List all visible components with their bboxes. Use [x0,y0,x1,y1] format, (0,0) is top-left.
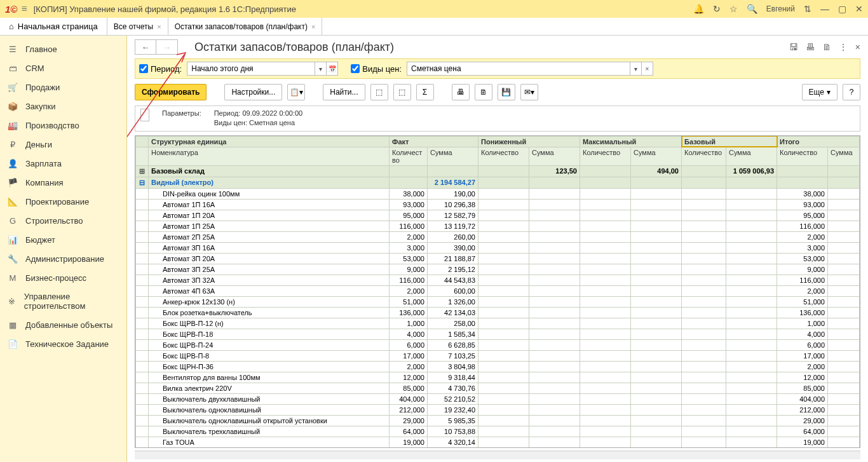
filter-icon[interactable]: ⇅ [804,4,811,14]
minimize-icon[interactable]: — [820,4,829,14]
table-row[interactable]: Автомат 1П 25А 116,000 13 119,72 116,000 [136,221,860,231]
col-base[interactable]: Базовый [682,136,777,147]
table-row[interactable]: Анкер-крюк 12х130 (н) 51,000 1 326,00 51… [136,296,860,307]
sidebar-item[interactable]: 📦Закупки [0,97,126,116]
sidebar-item[interactable]: ☰Главное [0,39,126,58]
save-icon[interactable]: 🖫 [789,42,798,52]
preview-button[interactable]: 🗎 [475,84,492,100]
search-icon[interactable]: 🔍 [747,4,757,14]
sidebar-item[interactable]: GСтроительство [0,211,126,230]
calendar-icon[interactable]: 📅 [326,62,337,75]
prices-combo[interactable]: ▾ × [407,62,653,76]
dropdown-icon[interactable]: ▾ [315,62,326,75]
table-row[interactable]: Блок розетка+выключатель 136,000 42 134,… [136,307,860,318]
bell-icon[interactable]: 🔔 [693,4,704,14]
category-row[interactable]: ⊟ Видный (электро) 2 194 584,27 [136,177,860,188]
tab-stock-report[interactable]: Остатки запасов/товаров (план/факт) × [168,18,323,35]
print-icon[interactable]: 🖶 [806,42,815,52]
kebab-icon[interactable]: ⋮ [839,42,848,52]
col-nomen[interactable]: Номенклатура [149,147,390,165]
sidebar-item[interactable]: 🏴Компания [0,173,126,192]
sidebar-item[interactable]: 🏭Производство [0,116,126,135]
table-row[interactable]: Автомат 3П 16А 3,000 390,00 3,000 [136,242,860,253]
expand-icon[interactable]: ⊞ [136,165,149,177]
find-button[interactable]: Найти... [323,84,365,100]
params-handle[interactable] [140,109,149,121]
period-combo[interactable]: ▾ 📅 [187,62,338,76]
generate-button[interactable]: Сформировать [135,84,207,100]
table-row[interactable]: Автомат 1П 16А 93,000 10 296,38 93,000 [136,199,860,210]
variants-button[interactable]: 📋▾ [287,84,305,100]
sidebar-item[interactable]: 📄Техническое Задание [0,334,126,353]
collapse-button[interactable]: ⬚ [393,84,411,100]
user-label[interactable]: Евгений [766,4,795,13]
period-input[interactable] [187,64,315,73]
table-row[interactable]: Бокс ЩРВ-П-18 4,000 1 585,34 4,000 [136,329,860,339]
table-row[interactable]: Автомат 2П 25А 2,000 260,00 2,000 [136,231,860,242]
save-button[interactable]: 💾 [498,84,515,100]
history-icon[interactable]: ↻ [713,4,721,14]
table-row[interactable]: Вентилятор для ванны 100мм 12,000 9 318,… [136,372,860,383]
clear-icon[interactable]: × [641,62,653,75]
table-row[interactable]: Автомат 3П 32А 116,000 44 543,83 116,000 [136,275,860,285]
table-row[interactable]: Выключатель одноклавишный 212,000 19 232… [136,404,860,415]
tab-home[interactable]: ⌂ Начальная страница [0,18,107,35]
table-row[interactable]: Вилка электрич 220V 85,000 4 730,76 85,0… [136,383,860,393]
table-row[interactable]: Выключатель двухклавишный 404,000 52 210… [136,393,860,404]
sidebar-item[interactable]: 📊Бюджет [0,230,126,249]
horizontal-scrollbar[interactable] [135,451,860,459]
sum-button[interactable]: Σ [416,84,434,100]
prices-check[interactable]: Виды цен: [351,64,402,74]
table-row[interactable]: Газ TOUA 19,000 4 320,14 19,000 [136,437,860,447]
star-icon[interactable]: ☆ [729,4,738,14]
table-row[interactable]: Бокс ЩРВ-П-8 17,000 7 103,25 17,000 [136,350,860,361]
warehouse-row[interactable]: ⊞ Базовый склад 123,50 494,00 1 059 006,… [136,165,860,177]
more-button[interactable]: Еще ▾ [802,84,837,100]
tab-all-reports[interactable]: Все отчеты × [107,18,168,35]
sidebar-item[interactable]: MБизнес-процесс [0,268,126,287]
table-row[interactable]: Бокс ЩРВ-П-24 6,000 6 628,85 6,000 [136,339,860,350]
period-checkbox[interactable] [139,64,148,73]
col-total[interactable]: Итого [777,136,860,147]
help-button[interactable]: ? [843,84,860,100]
sidebar-item[interactable]: 🔧Администрирование [0,249,126,268]
sidebar-item[interactable]: ₽Деньги [0,135,126,154]
mail-button[interactable]: ✉▾ [520,84,538,100]
expand-button[interactable]: ⬚ [370,84,388,100]
table-row[interactable]: Автомат 3П 25А 9,000 2 195,12 9,000 [136,264,860,275]
sidebar-item[interactable]: 🛒Продажи [0,78,126,97]
table-row[interactable]: Выключатель трехклавишный 64,000 10 753,… [136,426,860,437]
period-check[interactable]: Период: [139,64,182,74]
col-fact[interactable]: Факт [390,136,478,147]
dropdown-icon[interactable]: ▾ [630,62,641,75]
sidebar-item[interactable]: ▦Добавленные объекты [0,315,126,334]
table-row[interactable]: Автомат 4П 63А 2,000 600,00 2,000 [136,285,860,296]
table-row[interactable]: Бокс ЩРН-П-36 2,000 3 804,98 2,000 [136,361,860,372]
sidebar-item[interactable]: 👤Зарплата [0,154,126,173]
hamburger-icon[interactable]: ≡ [21,3,27,15]
col-max[interactable]: Максимальный [580,136,682,147]
sidebar-item[interactable]: 🗃CRM [0,58,126,78]
collapse-icon[interactable]: ⊟ [136,177,149,188]
preview-icon[interactable]: 🗎 [822,42,831,52]
table-row[interactable]: Автомат 1П 20А 95,000 12 582,79 95,000 [136,210,860,221]
prices-input[interactable] [407,64,630,73]
sidebar-item[interactable]: ※Управление строительством [0,287,126,315]
forward-button[interactable]: → [156,39,178,55]
col-lowered[interactable]: Пониженный [478,136,580,147]
maximize-icon[interactable]: ▢ [838,4,846,14]
report-table-wrap[interactable]: Структурная единица Факт Пониженный Макс… [135,135,860,448]
table-row[interactable]: Выключатель одноклавишный открытой устан… [136,415,860,426]
tab-close-icon[interactable]: × [311,23,315,31]
settings-button[interactable]: Настройки... [224,84,282,100]
tab-close-icon[interactable]: × [157,23,161,31]
close-panel-icon[interactable]: × [855,42,860,52]
table-row[interactable]: DIN-рейка оцинк 100мм 38,000 190,00 38,0… [136,188,860,199]
table-row[interactable]: Бокс ЩРВ-П-12 (н) 1,000 258,00 1,000 [136,318,860,329]
col-struct[interactable]: Структурная единица [149,136,390,147]
table-row[interactable]: Автомат 3П 20А 53,000 21 188,87 53,000 [136,253,860,264]
back-button[interactable]: ← [135,39,156,55]
sidebar-item[interactable]: 📐Проектирование [0,192,126,211]
prices-checkbox[interactable] [351,64,360,73]
close-icon[interactable]: ✕ [855,4,863,14]
